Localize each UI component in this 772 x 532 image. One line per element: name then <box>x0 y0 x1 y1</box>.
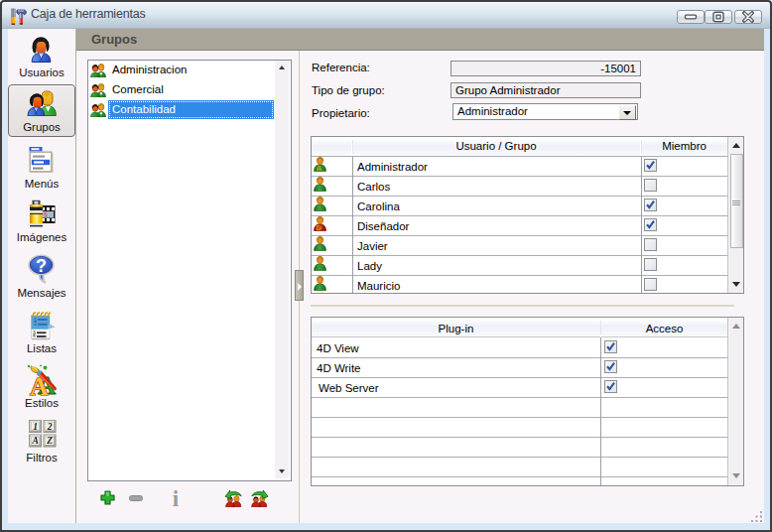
svg-text:A: A <box>316 164 322 172</box>
svg-text:2: 2 <box>47 422 53 432</box>
svg-text:4: 4 <box>33 332 36 338</box>
svg-text:?: ? <box>36 256 47 276</box>
svg-text:2: 2 <box>34 321 37 327</box>
svg-text:i: i <box>173 489 180 507</box>
svg-text:Z: Z <box>46 436 53 446</box>
svg-text:1: 1 <box>33 422 38 432</box>
svg-text:A: A <box>31 436 38 446</box>
svg-text:D: D <box>316 223 322 231</box>
